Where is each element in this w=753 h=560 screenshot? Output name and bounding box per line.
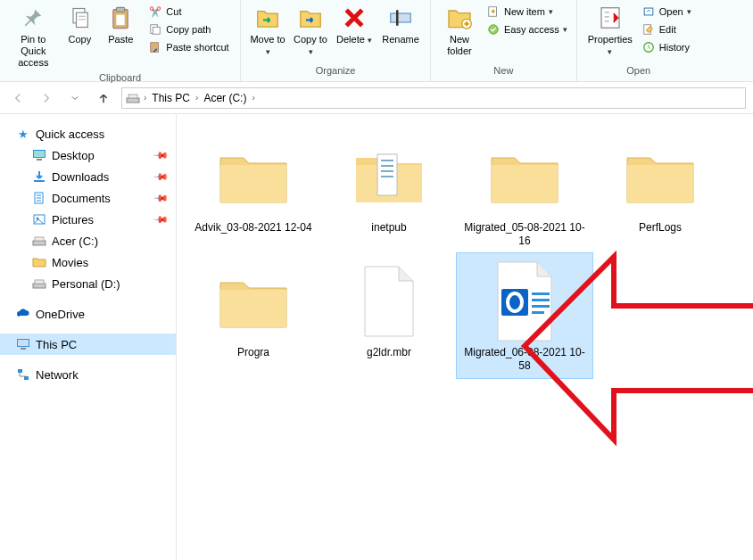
nav-forward-button[interactable]: [36, 87, 57, 109]
nav-up-button[interactable]: [93, 87, 114, 109]
delete-label: Delete ▾: [336, 34, 372, 46]
sidebar-label: Network: [36, 368, 79, 382]
paste-shortcut-button[interactable]: Paste shortcut: [145, 39, 232, 55]
rename-button[interactable]: Rename: [376, 2, 425, 47]
svg-rect-36: [21, 348, 26, 350]
sidebar-label: OneDrive: [36, 308, 85, 321]
folder-icon: [482, 134, 567, 219]
open-button[interactable]: Open ▾: [638, 4, 695, 20]
open-icon: [641, 4, 656, 19]
rename-label: Rename: [382, 34, 419, 45]
file-list[interactable]: Advik_03-08-2021 12-04inetpubMigrated_05…: [177, 114, 753, 560]
chevron-right-icon: ›: [195, 93, 198, 103]
new-folder-label: New folder: [438, 34, 481, 57]
cut-label: Cut: [166, 6, 181, 17]
move-to-button[interactable]: Move to ▾: [246, 2, 289, 60]
file-item[interactable]: Migrated_06-08-2021 10-58: [457, 253, 592, 378]
ribbon: Pin to Quick access Copy Paste ✂️ Cut: [0, 0, 753, 82]
new-item-button[interactable]: ✦ New item ▾: [483, 4, 571, 20]
sidebar-item-documents[interactable]: Documents 📌: [0, 187, 176, 209]
sidebar-item-downloads[interactable]: Downloads 📌: [0, 166, 176, 187]
folder-icon: [617, 134, 703, 219]
sidebar-item-thispc[interactable]: This PC: [0, 334, 176, 355]
file-item[interactable]: inetpub: [321, 128, 457, 253]
copy-path-label: Copy path: [166, 24, 211, 35]
paste-shortcut-label: Paste shortcut: [166, 42, 228, 53]
nav-back-button[interactable]: [7, 87, 29, 109]
sidebar-item-network[interactable]: Network: [0, 364, 176, 385]
paste-icon: [106, 4, 135, 32]
svg-rect-11: [396, 10, 399, 26]
file-label: Migrated_05-08-2021 10-16: [462, 221, 587, 248]
svg-rect-41: [381, 165, 393, 167]
file-item[interactable]: Progra: [186, 253, 321, 378]
new-item-icon: ✦: [486, 4, 501, 19]
folder-docs-icon: [346, 134, 432, 219]
paste-label: Paste: [108, 34, 133, 45]
svg-rect-35: [18, 340, 29, 346]
computer-icon: [16, 337, 30, 351]
svg-rect-5: [117, 7, 125, 12]
desktop-icon: [32, 148, 46, 162]
outlook-icon: [482, 259, 567, 344]
sidebar-item-personal[interactable]: Personal (D:): [0, 273, 176, 294]
ribbon-group-clipboard: Pin to Quick access Copy Paste ✂️ Cut: [0, 0, 241, 81]
svg-rect-37: [18, 369, 22, 373]
new-folder-icon: [445, 4, 474, 32]
svg-rect-31: [35, 237, 44, 241]
copy-label: Copy: [68, 34, 91, 45]
file-item[interactable]: Migrated_05-08-2021 10-16: [457, 128, 592, 253]
pin-to-quick-access-button[interactable]: Pin to Quick access: [7, 2, 59, 70]
chevron-down-icon: ▾: [687, 7, 691, 16]
edit-button[interactable]: Edit: [638, 21, 695, 37]
sidebar-item-acer[interactable]: Acer (C:): [0, 230, 176, 251]
properties-button[interactable]: Properties ▾: [583, 2, 638, 60]
pin-icon: 📌: [152, 146, 169, 163]
new-folder-button[interactable]: New folder: [436, 2, 483, 59]
file-item[interactable]: PerfLogs: [592, 128, 728, 253]
history-label: History: [659, 42, 690, 53]
copy-button[interactable]: Copy: [59, 2, 100, 47]
sidebar-label: This PC: [36, 338, 77, 351]
copy-to-label: Copy to ▾: [291, 34, 330, 58]
svg-rect-18: [644, 9, 652, 15]
file-item[interactable]: g2ldr.mbr: [321, 253, 457, 378]
sidebar-item-movies[interactable]: Movies: [0, 251, 176, 273]
folder-icon: [211, 259, 296, 344]
breadcrumb-drive[interactable]: Acer (C:): [202, 92, 248, 104]
chevron-down-icon: ▾: [563, 25, 567, 34]
sidebar-item-quick-access[interactable]: ★ Quick access: [0, 123, 176, 144]
file-item[interactable]: Advik_03-08-2021 12-04: [186, 128, 321, 253]
chevron-right-icon: ›: [144, 93, 146, 103]
file-label: Advik_03-08-2021 12-04: [194, 221, 311, 235]
sidebar-item-desktop[interactable]: Desktop 📌: [0, 144, 176, 166]
cut-button[interactable]: ✂️ Cut: [145, 4, 232, 20]
sidebar-item-onedrive[interactable]: OneDrive: [0, 303, 176, 325]
paste-button[interactable]: Paste: [100, 2, 141, 47]
folder-icon: [211, 134, 296, 219]
move-to-icon: [253, 4, 282, 32]
copy-to-button[interactable]: Copy to ▾: [289, 2, 332, 60]
sidebar-item-pictures[interactable]: Pictures 📌: [0, 209, 176, 230]
history-button[interactable]: History: [638, 39, 695, 55]
pin-icon: 📌: [152, 210, 169, 227]
drive-icon: [32, 234, 46, 248]
copy-path-button[interactable]: Copy path: [145, 21, 232, 37]
file-label: inetpub: [371, 221, 406, 235]
delete-button[interactable]: Delete ▾: [332, 2, 376, 48]
star-icon: ★: [16, 127, 30, 141]
breadcrumb-thispc[interactable]: This PC: [150, 92, 192, 104]
svg-rect-10: [391, 13, 411, 22]
breadcrumb[interactable]: › This PC › Acer (C:) ›: [121, 87, 746, 109]
chevron-down-icon: ▾: [549, 7, 553, 16]
svg-rect-40: [381, 160, 393, 161]
main-area: ★ Quick access Desktop 📌 Downloads 📌 Doc…: [0, 114, 753, 560]
svg-rect-32: [33, 284, 46, 288]
copy-path-icon: [148, 22, 162, 37]
file-label: PerfLogs: [639, 221, 682, 235]
nav-recent-button[interactable]: [64, 87, 86, 109]
chevron-right-icon: ›: [252, 93, 254, 103]
pin-icon: 📌: [152, 189, 169, 206]
svg-rect-2: [79, 16, 86, 17]
easy-access-button[interactable]: Easy access ▾: [483, 21, 571, 37]
